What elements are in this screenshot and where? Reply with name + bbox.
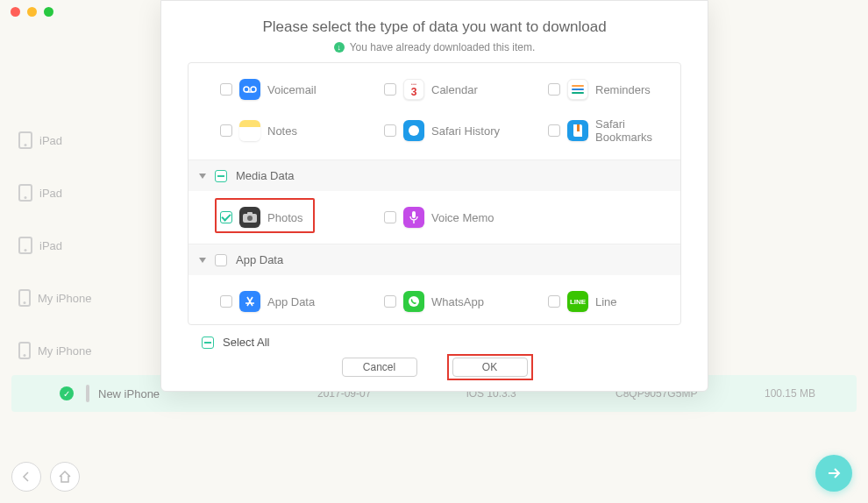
svg-point-6: [247, 216, 253, 221]
notes-icon: [239, 120, 260, 141]
phone-icon: [18, 342, 31, 359]
checkbox[interactable]: [220, 83, 232, 96]
tablet-icon: [18, 184, 32, 202]
close-window-icon[interactable]: [11, 7, 20, 17]
device-row-ipad[interactable]: iPad: [11, 114, 169, 166]
microphone-icon: [403, 207, 424, 228]
arrow-right-icon: [825, 464, 843, 482]
device-label: iPad: [39, 134, 62, 147]
checkbox[interactable]: [220, 124, 232, 137]
footer-nav: [11, 462, 80, 492]
minimize-window-icon[interactable]: [27, 7, 37, 17]
checkbox[interactable]: [548, 83, 560, 96]
modal-title: Please select the type of data you want …: [188, 18, 681, 36]
item-whatsapp[interactable]: WhatsApp: [352, 282, 516, 321]
downloaded-icon: ↓: [334, 42, 345, 53]
item-label: Safari Bookmarks: [595, 117, 668, 144]
section-title: Media Data: [236, 169, 294, 182]
svg-point-0: [244, 87, 249, 92]
checkbox[interactable]: [384, 295, 396, 308]
checkbox[interactable]: [548, 124, 560, 137]
section-title: App Data: [236, 253, 283, 266]
section-media-data[interactable]: Media Data: [189, 159, 680, 191]
reminders-icon: [567, 79, 588, 100]
device-label: My iPhone: [38, 292, 91, 305]
item-photos[interactable]: Photos: [189, 198, 352, 237]
arrow-left-icon: [19, 470, 33, 484]
ok-button[interactable]: OK: [452, 358, 528, 377]
device-label: My iPhone: [38, 344, 91, 358]
item-reminders[interactable]: Reminders: [516, 70, 680, 109]
device-row-phone[interactable]: My iPhone: [11, 324, 169, 377]
home-button[interactable]: [50, 462, 80, 492]
item-label: Voice Memo: [431, 211, 494, 224]
voicemail-icon: [239, 79, 260, 100]
item-app-data[interactable]: App Data: [189, 282, 352, 321]
back-button[interactable]: [11, 462, 41, 492]
tablet-icon: [18, 131, 32, 149]
select-all-row[interactable]: Select All: [188, 336, 681, 349]
checkbox[interactable]: [384, 211, 396, 223]
section-app-data[interactable]: App Data: [189, 244, 680, 275]
modal-subtitle-text: You have already downloaded this item.: [350, 41, 536, 53]
device-row-phone[interactable]: My iPhone: [11, 272, 169, 324]
item-safari-bookmarks[interactable]: Safari Bookmarks: [516, 109, 680, 152]
safari-icon: [403, 120, 424, 141]
next-button[interactable]: [815, 455, 852, 492]
item-line[interactable]: LINE Line: [516, 282, 680, 321]
device-row-ipad[interactable]: iPad: [11, 219, 169, 272]
section-checkbox[interactable]: [215, 170, 227, 182]
bookmarks-icon: [567, 120, 588, 141]
section-checkbox[interactable]: [215, 254, 227, 266]
cancel-button[interactable]: Cancel: [342, 358, 417, 377]
svg-point-2: [409, 125, 419, 136]
svg-point-8: [409, 296, 419, 307]
item-label: Voicemail: [267, 83, 317, 96]
device-label: iPad: [39, 239, 62, 252]
item-voicemail[interactable]: Voicemail: [189, 70, 352, 109]
item-label: App Data: [267, 295, 315, 308]
item-voice-memo[interactable]: Voice Memo: [352, 198, 516, 237]
camera-icon: [239, 207, 260, 228]
device-sidebar: iPad iPad iPad My iPhone My iPhone: [11, 114, 169, 377]
data-type-list: Voicemail ••• 3 Calendar Reminders: [188, 62, 681, 325]
tablet-icon: [18, 237, 32, 254]
phone-icon: [18, 289, 31, 307]
backup-size: 100.15 MB: [765, 387, 868, 400]
window-controls: [11, 7, 53, 17]
item-label: Safari History: [431, 124, 500, 138]
whatsapp-icon: [403, 291, 424, 312]
svg-rect-5: [247, 212, 253, 215]
svg-rect-7: [412, 211, 416, 218]
select-all-label: Select All: [223, 336, 269, 349]
item-safari-history[interactable]: Safari History: [352, 109, 516, 152]
phone-icon: [86, 385, 89, 402]
appstore-icon: [239, 291, 260, 312]
home-icon: [58, 470, 72, 484]
data-type-modal: Please select the type of data you want …: [160, 0, 708, 392]
check-icon: ✓: [60, 386, 74, 400]
item-label: Calendar: [431, 83, 478, 96]
device-row-ipad[interactable]: iPad: [11, 166, 169, 219]
chevron-down-icon: [199, 174, 206, 179]
checkbox[interactable]: [384, 124, 396, 137]
chevron-down-icon: [199, 258, 206, 263]
svg-rect-3: [577, 124, 580, 131]
calendar-icon: ••• 3: [403, 79, 424, 100]
item-label: Reminders: [595, 83, 651, 96]
item-notes[interactable]: Notes: [189, 109, 352, 152]
device-label: iPad: [39, 187, 62, 200]
zoom-window-icon[interactable]: [44, 7, 53, 17]
checkbox[interactable]: [384, 83, 396, 96]
item-calendar[interactable]: ••• 3 Calendar: [352, 70, 516, 109]
item-label: Notes: [267, 124, 297, 138]
svg-point-1: [251, 87, 256, 92]
modal-subtitle: ↓ You have already downloaded this item.: [188, 41, 681, 53]
select-all-checkbox[interactable]: [202, 337, 214, 349]
checkbox[interactable]: [220, 295, 232, 308]
item-label: Photos: [267, 211, 302, 224]
checkbox[interactable]: [220, 211, 232, 223]
line-icon: LINE: [567, 291, 588, 312]
item-label: WhatsApp: [431, 295, 484, 308]
checkbox[interactable]: [548, 295, 560, 308]
